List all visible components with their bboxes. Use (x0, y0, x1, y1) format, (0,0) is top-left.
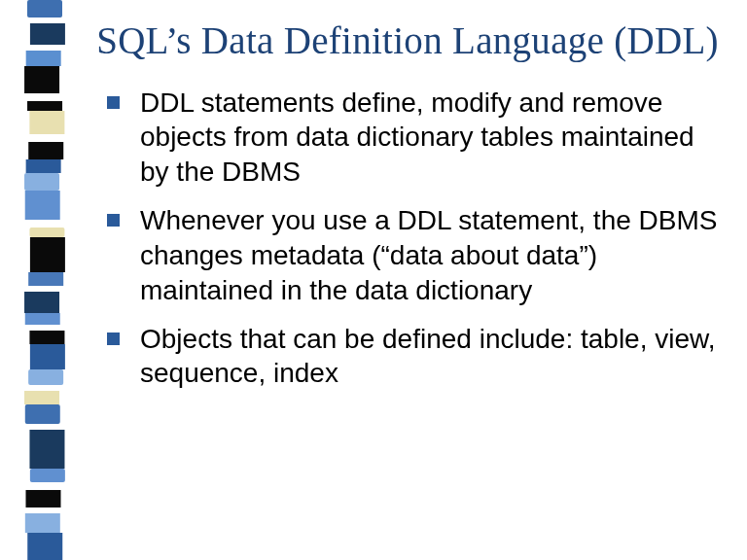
bullet-marker-icon (107, 332, 120, 345)
decorative-strip (27, 0, 62, 560)
bullet-text: DDL statements define, modify and remove… (140, 88, 694, 188)
bullet-marker-icon (107, 214, 120, 227)
bullet-item: Objects that can be defined include: tab… (107, 322, 728, 392)
bullet-marker-icon (107, 96, 120, 109)
bullet-item: Whenever you use a DDL statement, the DB… (107, 203, 728, 307)
bullet-text: Objects that can be defined include: tab… (140, 324, 716, 389)
slide-content: SQL’s Data Definition Language (DDL) DDL… (88, 18, 728, 404)
bullet-item: DDL statements define, modify and remove… (107, 86, 728, 190)
bullet-list: DDL statements define, modify and remove… (88, 86, 728, 392)
slide-title: SQL’s Data Definition Language (DDL) (88, 18, 728, 64)
bullet-text: Whenever you use a DDL statement, the DB… (140, 205, 717, 305)
